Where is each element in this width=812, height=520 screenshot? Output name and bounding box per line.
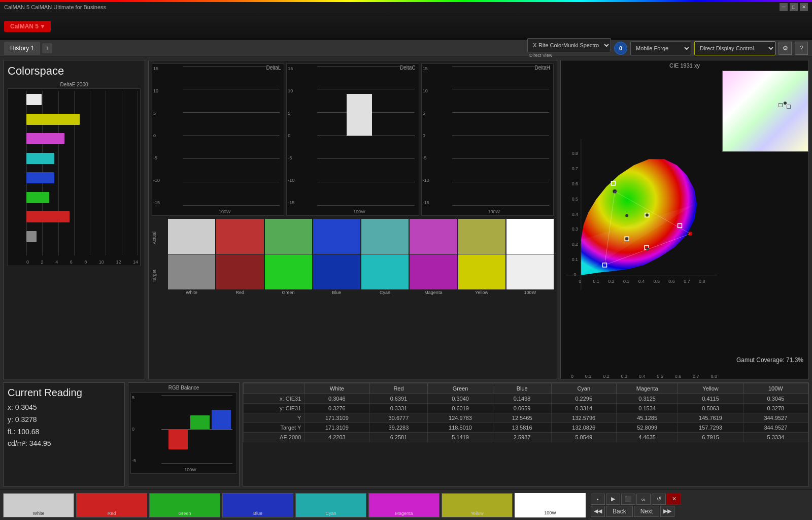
swatch-group-cyan: Cyan — [361, 219, 409, 295]
cie-svg-container: 0 0.1 0.2 0.3 0.4 0.5 0.6 0.7 0.8 0 0.1 … — [566, 71, 717, 369]
delta-c-y-axis: 151050-5-10-15 — [288, 66, 294, 205]
nav-play-button[interactable]: ▶ — [606, 494, 620, 505]
delta-c-chart: DeltaC 151050-5-10-15 — [286, 63, 419, 216]
svg-text:0.1: 0.1 — [593, 279, 599, 284]
current-reading-panel: Current Reading x: 0.3045 y: 0.3278 fL: … — [3, 382, 125, 486]
td-targetY-100w: 344.9527 — [743, 423, 808, 433]
swatch-target-red — [216, 254, 263, 289]
svg-text:0.6: 0.6 — [572, 181, 578, 186]
swatch-group-green: Green — [265, 219, 312, 295]
swatch-actual-blue — [313, 219, 360, 254]
swatch-btn-yellow[interactable]: Yellow — [442, 493, 513, 517]
td-xcie31-magenta: 0.3125 — [616, 394, 678, 404]
td-Y-magenta: 45.1285 — [616, 413, 678, 423]
reading-cdm2: cd/m²: 344.95 — [8, 438, 120, 450]
td-de2000-green: 5.1419 — [428, 433, 493, 442]
td-xcie31-red: 0.6391 — [369, 394, 428, 404]
td-Y-label: Y — [244, 413, 304, 423]
table-row-de2000: ΔE 2000 4.2203 6.2581 5.1419 2.5987 5.05… — [244, 433, 808, 442]
table-row-targetY: Target Y 171.3109 39.2283 118.5010 13.58… — [244, 423, 808, 433]
close-button[interactable]: ✕ — [800, 3, 808, 11]
td-ycie31-yellow: 0.5063 — [678, 404, 743, 413]
swatch-btn-blue[interactable]: Blue — [222, 493, 293, 517]
delta-l-chart: DeltaL 151050-5-10-15 100W — [152, 63, 284, 216]
swatch-btn-red[interactable]: Red — [76, 493, 147, 517]
x-axis: 02468101214 — [26, 259, 138, 265]
svg-text:0.7: 0.7 — [572, 166, 578, 171]
window-controls: ─ □ ✕ — [780, 3, 808, 11]
tab-history1[interactable]: History 1 — [4, 42, 40, 55]
nav-back-icon-button[interactable]: ◀◀ — [591, 506, 605, 517]
swatch-target-cyan — [361, 254, 409, 289]
delta-h-y-axis: 151050-5-10-15 — [423, 66, 429, 205]
cie-svg: 0 0.1 0.2 0.3 0.4 0.5 0.6 0.7 0.8 0 0.1 … — [566, 71, 717, 369]
swatch-btn-100w[interactable]: 100W — [515, 493, 586, 517]
spectro-number-button[interactable]: 0 — [614, 42, 627, 55]
tabs-bar: History 1 + X-Rite ColorMunki Spectro Di… — [0, 40, 812, 57]
swatch-btn-yellow-label: Yellow — [470, 511, 484, 516]
add-tab-button[interactable]: + — [42, 43, 52, 53]
delta-charts-panel: DeltaL 151050-5-10-15 100W — [148, 60, 557, 379]
bar-white — [26, 94, 42, 105]
mobile-forge-select[interactable]: Mobile Forge — [630, 41, 691, 55]
td-xcie31-white: 0.3046 — [304, 394, 369, 404]
td-de2000-100w: 5.3334 — [743, 433, 808, 442]
table-row-Y: Y 171.3109 30.6777 124.9783 12.5465 132.… — [244, 413, 808, 423]
td-ycie31-green: 0.6019 — [428, 404, 493, 413]
swatch-group-red: Red — [216, 219, 263, 295]
svg-text:0.1: 0.1 — [572, 257, 578, 262]
swatch-actual-magenta — [410, 219, 457, 254]
bar-row-100w — [26, 230, 138, 244]
nav-forward-icon-button[interactable]: ▶▶ — [660, 506, 674, 517]
nav-row-1: ▪ ▶ ⬛ ∞ ↺ ✕ — [591, 494, 681, 505]
nav-refresh-button[interactable]: ↺ — [652, 494, 666, 505]
swatch-btn-cyan[interactable]: Cyan — [295, 493, 366, 517]
delta-l-grid — [167, 66, 282, 205]
next-button[interactable]: Next — [634, 506, 660, 517]
td-de2000-red: 6.2581 — [369, 433, 428, 442]
gamut-coverage: Gamut Coverage: 71.3% — [736, 356, 803, 364]
swatches-grid: White Red Green — [168, 219, 554, 295]
nav-close-button[interactable]: ✕ — [667, 494, 681, 505]
svg-text:0.2: 0.2 — [572, 242, 578, 247]
swatch-label-red: Red — [216, 290, 263, 295]
bar-row-white — [26, 92, 138, 107]
th-magenta: Magenta — [616, 383, 678, 394]
direct-display-select[interactable]: Direct Display Control — [694, 41, 775, 55]
nav-square-button[interactable]: ⬛ — [621, 494, 635, 505]
cie-panel: CIE 1931 xy — [560, 60, 809, 379]
cie-title: CIE 1931 xy — [561, 60, 808, 71]
swatch-btn-magenta[interactable]: Magenta — [368, 493, 439, 517]
help-button[interactable]: ? — [795, 42, 808, 55]
nav-infinite-button[interactable]: ∞ — [636, 494, 651, 505]
delta-c-grid — [302, 66, 416, 205]
bottom-row: Current Reading x: 0.3045 y: 0.3278 fL: … — [3, 382, 809, 486]
inset-point-2 — [787, 105, 791, 109]
maximize-button[interactable]: □ — [790, 3, 798, 11]
th-100w: 100W — [743, 383, 808, 394]
td-targetY-cyan: 132.0826 — [551, 423, 616, 433]
minimize-button[interactable]: ─ — [780, 3, 788, 11]
svg-point-32 — [625, 214, 628, 217]
spectro-select[interactable]: X-Rite ColorMunki Spectro — [527, 38, 611, 52]
swatch-label-cyan: Cyan — [361, 290, 409, 295]
swatch-btn-white[interactable]: White — [3, 493, 74, 517]
td-targetY-label: Target Y — [244, 423, 304, 433]
inset-point-1 — [779, 103, 783, 107]
gear-button[interactable]: ⚙ — [779, 42, 792, 55]
bar-yellow — [26, 114, 80, 125]
colorspace-panel: Colorspace DeltaE 2000 — [3, 60, 145, 379]
svg-point-29 — [646, 214, 649, 217]
td-Y-blue: 12.5465 — [493, 413, 551, 423]
nav-row-2: ◀◀ Back Next ▶▶ — [591, 506, 681, 517]
back-button[interactable]: Back — [606, 506, 633, 517]
swatch-btn-green[interactable]: Green — [149, 493, 220, 517]
td-Y-green: 124.9783 — [428, 413, 493, 423]
bar-100w — [26, 231, 37, 242]
swatch-target-blue — [313, 254, 360, 289]
rgb-red-bar — [168, 429, 188, 449]
rgb-balance-title: RGB Balance — [130, 385, 237, 391]
swatch-actual-cyan — [361, 219, 409, 254]
nav-stop-button[interactable]: ▪ — [591, 494, 605, 505]
td-Y-100w: 344.9527 — [743, 413, 808, 423]
